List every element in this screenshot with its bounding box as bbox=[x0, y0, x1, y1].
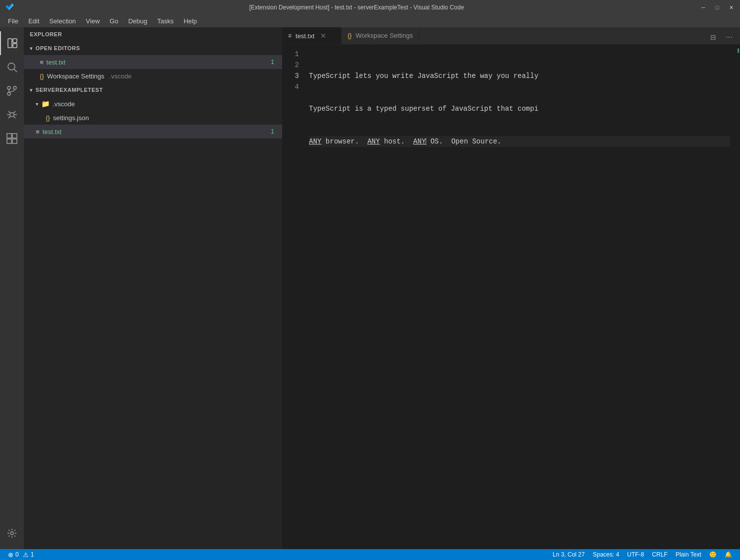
source-control-activity-icon[interactable] bbox=[0, 79, 24, 103]
menu-file[interactable]: File bbox=[4, 16, 22, 26]
settings-json-icon: {} bbox=[46, 114, 50, 122]
project-test-txt[interactable]: ≡ test.txt 1 bbox=[24, 125, 282, 139]
vscode-folder-label: .vscode bbox=[109, 72, 132, 80]
svg-point-6 bbox=[13, 86, 16, 89]
close-button[interactable]: ✕ bbox=[727, 3, 735, 11]
split-editor-button[interactable]: ⊟ bbox=[706, 30, 720, 44]
code-editor[interactable]: TypeScript lets you write JavaScript the… bbox=[307, 49, 730, 549]
menu-go[interactable]: Go bbox=[106, 16, 122, 26]
code-line-3: ANY browser. ANY host. ANY OS. Open Sour… bbox=[309, 136, 730, 147]
svg-rect-12 bbox=[7, 134, 11, 138]
svg-point-3 bbox=[8, 63, 15, 70]
line-num-3: 3 bbox=[282, 70, 299, 81]
main-area: EXPLORER ▾ OPEN EDITORS ≡ test.txt 1 {} … bbox=[0, 27, 740, 549]
open-editors-arrow: ▾ bbox=[30, 46, 33, 51]
spaces-text: Spaces: 4 bbox=[592, 551, 619, 558]
menu-view[interactable]: View bbox=[82, 16, 104, 26]
tab-txt-icon: ≡ bbox=[288, 32, 292, 39]
svg-point-9 bbox=[10, 113, 14, 117]
explorer-header: EXPLORER bbox=[24, 27, 282, 41]
editor-content[interactable]: 1 2 3 4 TypeScript lets you write JavaSc… bbox=[282, 45, 740, 549]
svg-rect-14 bbox=[7, 139, 11, 143]
status-encoding[interactable]: UTF-8 bbox=[623, 549, 648, 560]
explorer-activity-icon[interactable] bbox=[0, 31, 24, 55]
menu-selection[interactable]: Selection bbox=[45, 16, 79, 26]
window-controls: ─ □ ✕ bbox=[699, 3, 735, 11]
folder-arrow-icon: ▾ bbox=[36, 101, 38, 107]
tab-workspace-settings-label: Workspace Settings bbox=[356, 32, 413, 39]
project-test-txt-badge: 1 bbox=[271, 128, 274, 135]
status-errors-warnings[interactable]: ⊗ 0 ⚠ 1 bbox=[4, 549, 38, 560]
svg-rect-1 bbox=[13, 39, 17, 43]
open-editor-test-txt-name: test.txt bbox=[47, 59, 66, 66]
status-language-mode[interactable]: Plain Text bbox=[671, 549, 705, 560]
code-line-2: TypeScript is a typed superset of JavaSc… bbox=[309, 103, 730, 114]
settings-activity-icon[interactable] bbox=[0, 521, 24, 545]
open-editor-test-txt[interactable]: ≡ test.txt 1 bbox=[24, 55, 282, 69]
tab-test-txt-close[interactable]: ✕ bbox=[320, 32, 326, 40]
project-section: ▾ SERVEREXAMPLETEST ▾ 📁 .vscode {} setti… bbox=[24, 83, 282, 139]
status-notification[interactable]: 🔔 bbox=[721, 549, 736, 560]
open-editors-section: ▾ OPEN EDITORS ≡ test.txt 1 {} Workspace… bbox=[24, 41, 282, 83]
app-icon bbox=[5, 3, 14, 12]
language-mode-text: Plain Text bbox=[675, 551, 701, 558]
more-actions-button[interactable]: ⋯ bbox=[722, 30, 736, 44]
activity-bar bbox=[0, 27, 24, 549]
explorer-title: EXPLORER bbox=[30, 31, 62, 37]
search-activity-icon[interactable] bbox=[0, 55, 24, 79]
open-editors-label: OPEN EDITORS bbox=[36, 45, 80, 51]
warning-count: 1 bbox=[31, 551, 34, 558]
menu-debug[interactable]: Debug bbox=[124, 16, 151, 26]
tab-test-txt-label: test.txt bbox=[296, 32, 314, 40]
vscode-folder[interactable]: ▾ 📁 .vscode bbox=[24, 97, 282, 111]
extensions-activity-icon[interactable] bbox=[0, 127, 24, 150]
line-num-4: 4 bbox=[282, 81, 299, 92]
status-line-col[interactable]: Ln 3, Col 27 bbox=[549, 549, 589, 560]
txt-icon: ≡ bbox=[40, 59, 44, 66]
svg-rect-2 bbox=[13, 44, 17, 48]
tab-workspace-settings[interactable]: {} Workspace Settings bbox=[342, 27, 419, 44]
code-line-4 bbox=[309, 169, 730, 180]
maximize-button[interactable]: □ bbox=[713, 3, 721, 11]
settings-json-name: settings.json bbox=[53, 114, 89, 122]
encoding-text: UTF-8 bbox=[627, 551, 644, 558]
project-arrow: ▾ bbox=[30, 87, 33, 93]
project-section-header[interactable]: ▾ SERVEREXAMPLETEST bbox=[24, 83, 282, 97]
minimap-line-1 bbox=[738, 49, 739, 50]
editor-area: ≡ test.txt ✕ {} Workspace Settings ⊟ ⋯ 1… bbox=[282, 27, 740, 549]
status-line-ending[interactable]: CRLF bbox=[648, 549, 671, 560]
open-editor-workspace-settings-name: Workspace Settings bbox=[47, 72, 104, 80]
menu-help[interactable]: Help bbox=[180, 16, 201, 26]
tab-test-txt[interactable]: ≡ test.txt ✕ bbox=[282, 27, 342, 44]
tab-bar: ≡ test.txt ✕ {} Workspace Settings ⊟ ⋯ bbox=[282, 27, 740, 45]
title-bar: [Extension Development Host] - test.txt … bbox=[0, 0, 740, 15]
svg-point-16 bbox=[10, 532, 13, 535]
svg-line-4 bbox=[14, 70, 17, 72]
debug-activity-icon[interactable] bbox=[0, 103, 24, 127]
svg-rect-0 bbox=[8, 39, 12, 48]
menu-tasks[interactable]: Tasks bbox=[153, 16, 177, 26]
svg-rect-15 bbox=[12, 139, 17, 143]
menu-edit[interactable]: Edit bbox=[24, 16, 43, 26]
minimize-button[interactable]: ─ bbox=[699, 3, 707, 11]
project-test-txt-name: test.txt bbox=[43, 128, 62, 136]
tab-json-icon: {} bbox=[348, 32, 352, 39]
any-keyword-1: ANY bbox=[309, 138, 321, 145]
svg-point-7 bbox=[7, 92, 10, 95]
minimap bbox=[730, 49, 740, 549]
svg-point-5 bbox=[7, 86, 10, 89]
project-txt-icon: ≡ bbox=[36, 128, 40, 136]
status-spaces[interactable]: Spaces: 4 bbox=[589, 549, 623, 560]
svg-rect-13 bbox=[12, 134, 17, 138]
line-num-2: 2 bbox=[282, 60, 299, 70]
any-keyword-3: ANY bbox=[413, 138, 426, 145]
open-editor-workspace-settings[interactable]: {} Workspace Settings .vscode bbox=[24, 69, 282, 83]
status-bar: ⊗ 0 ⚠ 1 Ln 3, Col 27 Spaces: 4 UTF-8 CRL… bbox=[0, 549, 740, 560]
line-num-1: 1 bbox=[282, 49, 299, 60]
settings-json-file[interactable]: {} settings.json bbox=[24, 111, 282, 125]
status-smiley[interactable]: 🙂 bbox=[705, 549, 721, 560]
menu-bar: File Edit Selection View Go Debug Tasks … bbox=[0, 15, 740, 27]
bell-icon: 🔔 bbox=[725, 551, 732, 558]
window-title: [Extension Development Host] - test.txt … bbox=[18, 4, 695, 11]
open-editors-header[interactable]: ▾ OPEN EDITORS bbox=[24, 41, 282, 55]
